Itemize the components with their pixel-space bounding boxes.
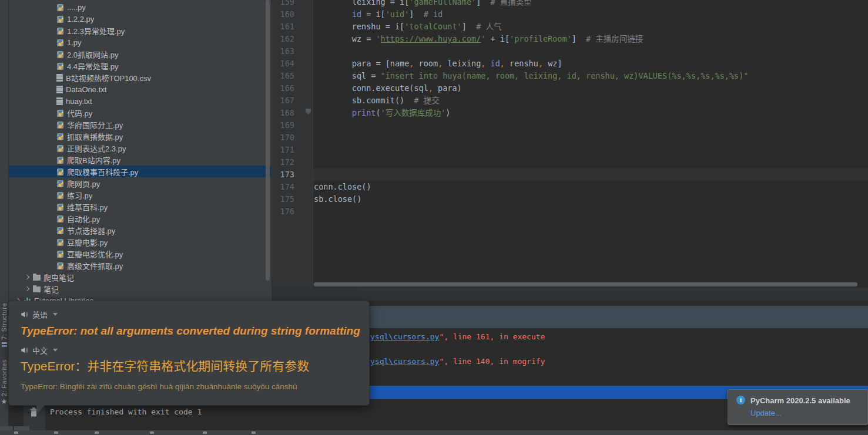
favorites-label: 2: Favorites xyxy=(1,359,8,396)
tree-item[interactable]: 自动化.py xyxy=(8,213,271,224)
tree-item-label: 爬虫笔记 xyxy=(43,272,74,283)
tree-item[interactable]: B站视频热榜TOP100.csv xyxy=(8,72,271,83)
tree-item[interactable]: 代码.py xyxy=(8,107,271,119)
code-line[interactable] xyxy=(314,144,868,156)
tree-item[interactable]: 维基百科.py xyxy=(8,201,271,213)
tree-item-label: 1.py xyxy=(67,38,82,47)
tree-item-label: 抓取直播数据.py xyxy=(67,131,123,142)
tree-item[interactable]: External Libraries xyxy=(8,295,271,301)
tree-item[interactable]: DataOne.txt xyxy=(8,83,271,95)
popup-tail xyxy=(36,404,46,415)
speaker-icon[interactable] xyxy=(21,311,28,318)
code-line[interactable]: renshu = i['totalCount'] # 人气 xyxy=(314,21,868,33)
editor-horizontal-scrollbar[interactable] xyxy=(314,282,857,286)
tree-item-label: 正则表达式2.3.py xyxy=(67,143,126,154)
source-error-text: TypeError: not all arguments converted d… xyxy=(21,325,360,338)
chevron-right-icon[interactable] xyxy=(25,286,29,291)
project-tree-scrollbar[interactable] xyxy=(266,0,270,281)
file-link[interactable]: ysql\cursors.py xyxy=(370,332,439,341)
tree-item[interactable]: 高级文件抓取.py xyxy=(8,259,271,271)
tree-item[interactable]: 笔记 xyxy=(8,283,271,295)
code-line[interactable]: sb.close() xyxy=(314,193,868,205)
python-file-icon xyxy=(56,144,64,153)
tree-item[interactable]: 爬虫笔记 xyxy=(8,271,271,283)
tree-item[interactable]: 练习.py xyxy=(8,189,271,201)
tree-item[interactable]: 豆瓣电影.py xyxy=(8,236,271,248)
tree-item-label: 华府国际分工.py xyxy=(67,119,123,130)
tree-item-label: huay.txt xyxy=(66,97,92,106)
tree-item-label: External Libraries xyxy=(34,296,93,301)
tree-item[interactable]: 爬网页.py xyxy=(8,177,271,189)
bottom-corner-widget[interactable] xyxy=(0,426,13,430)
code-line[interactable] xyxy=(314,156,868,168)
toolbar-glyph xyxy=(54,431,58,434)
tree-item-label: 豆瓣电影优化.py xyxy=(67,248,123,259)
python-file-icon xyxy=(56,62,64,70)
speaker-icon[interactable] xyxy=(21,346,28,354)
python-file-icon xyxy=(56,203,64,211)
tree-item-label: 笔记 xyxy=(43,284,59,295)
python-file-icon xyxy=(56,261,64,270)
python-file-icon xyxy=(56,226,64,235)
tree-item[interactable]: 1.2.3异常处理.py xyxy=(8,25,271,36)
tree-item[interactable]: 4.4异常处理.py xyxy=(8,60,271,72)
tree-item[interactable]: 抓取直播数据.py xyxy=(8,130,271,142)
code-line[interactable]: wz = 'https://www.huya.com/' + i['profil… xyxy=(314,33,868,45)
tree-item-label: 爬取糗事百科段子.py xyxy=(67,166,138,177)
tree-item[interactable]: 爬取糗事百科段子.py xyxy=(8,166,271,177)
code-line[interactable]: conn.close() xyxy=(314,181,868,193)
tree-item[interactable]: huay.txt xyxy=(8,95,271,107)
python-file-icon xyxy=(56,167,64,176)
tree-item[interactable]: 1.py xyxy=(8,36,271,48)
file-link[interactable]: ysql\cursors.py xyxy=(370,357,439,366)
python-file-icon xyxy=(56,120,64,129)
translated-error-text: TypeError：并非在字符串格式化期间转换了所有参数 xyxy=(21,356,309,374)
tree-item[interactable]: 2.0抓取网站.py xyxy=(8,48,271,60)
notification-title: PyCharm 2020.2.5 available xyxy=(750,396,850,405)
tree-item[interactable]: 爬取B站内容.py xyxy=(8,154,271,166)
stack-trace-line: ysql\cursors.py", line 161, in execute xyxy=(370,332,545,341)
tree-item-label: B站视频热榜TOP100.csv xyxy=(66,72,151,83)
stripe-button-favorites[interactable]: 2: Favorites ★ xyxy=(0,359,8,404)
python-file-icon xyxy=(56,156,64,164)
run-toolwindow-header xyxy=(272,288,868,301)
code-line[interactable]: sb.commit() # 提交 xyxy=(314,95,868,107)
toolbar-glyph xyxy=(14,431,18,434)
tree-item[interactable]: 1.2.2.py xyxy=(8,13,271,25)
tree-item[interactable]: 节点选择器.py xyxy=(8,224,271,236)
chevron-down-icon xyxy=(53,313,58,316)
code-line[interactable]: para = [name, room, leixing, id, renshu,… xyxy=(314,58,868,70)
tree-item[interactable]: 豆瓣电影优化.py xyxy=(8,248,271,259)
tree-item-label: 爬网页.py xyxy=(67,178,100,189)
update-link[interactable]: Update... xyxy=(750,409,782,417)
code-line[interactable] xyxy=(314,119,868,131)
python-file-icon xyxy=(56,109,64,117)
bottom-corner-widget[interactable] xyxy=(14,426,29,430)
code-line[interactable] xyxy=(314,131,868,144)
code-line[interactable]: print('写入数据库成功') xyxy=(314,107,868,119)
code-line[interactable] xyxy=(314,45,868,58)
toolbar-glyph xyxy=(252,431,256,434)
toolbar-glyph xyxy=(150,431,154,434)
tree-item-label: DataOne.txt xyxy=(66,85,106,94)
code-line[interactable]: leixing = i['gameFullName'] # 直播类型 xyxy=(314,0,868,8)
project-tree-panel: .....py1.2.2.py1.2.3异常处理.py1.py2.0抓取网站.p… xyxy=(8,0,271,301)
python-file-icon xyxy=(56,50,64,59)
code-line[interactable]: id = i['uid'] # id xyxy=(314,8,868,21)
tree-item[interactable]: .....py xyxy=(8,1,271,13)
text-file-icon xyxy=(56,86,63,93)
python-file-icon xyxy=(56,214,64,223)
tree-item[interactable]: 正则表达式2.3.py xyxy=(8,142,271,154)
code-line[interactable]: sql = "insert into huya(name, room, leix… xyxy=(314,70,868,82)
tree-item[interactable]: 华府国际分工.py xyxy=(8,119,271,130)
source-language-label: 英语 xyxy=(32,309,48,320)
code-line[interactable] xyxy=(314,205,868,218)
tree-item-label: 1.2.3异常处理.py xyxy=(67,25,125,36)
source-language-selector[interactable]: 英语 xyxy=(21,309,58,320)
chevron-right-icon[interactable] xyxy=(25,275,29,279)
stripe-button-structure[interactable]: 7: Structure xyxy=(0,303,8,348)
code-editor[interactable]: 1591601611621631641651661671681691701711… xyxy=(272,0,868,288)
code-line[interactable] xyxy=(314,168,868,181)
target-language-selector[interactable]: 中文 xyxy=(21,345,58,356)
code-line[interactable]: conn.execute(sql, para) xyxy=(314,82,868,95)
